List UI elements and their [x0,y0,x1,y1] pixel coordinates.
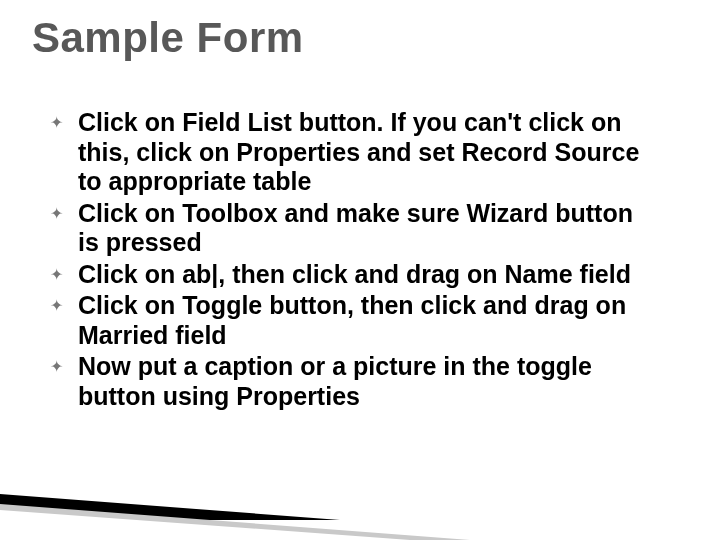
decoration-wedge-white [0,510,410,540]
body-text: ✦ Click on Field List button. If you can… [50,108,660,413]
bullet-icon: ✦ [50,266,63,285]
list-item: ✦ Click on ab|, then click and drag on N… [50,260,660,290]
slide-title: Sample Form [32,14,304,62]
bullet-icon: ✦ [50,358,63,377]
bullet-icon: ✦ [50,297,63,316]
list-item: ✦ Now put a caption or a picture in the … [50,352,660,411]
list-item-text: Click on Toolbox and make sure Wizard bu… [78,199,633,257]
list-item: ✦ Click on Toggle button, then click and… [50,291,660,350]
bullet-icon: ✦ [50,205,63,224]
bullet-icon: ✦ [50,114,63,133]
list-item: ✦ Click on Toolbox and make sure Wizard … [50,199,660,258]
list-item-text: Click on ab|, then click and drag on Nam… [78,260,631,288]
list-item: ✦ Click on Field List button. If you can… [50,108,660,197]
list-item-text: Click on Field List button. If you can't… [78,108,639,195]
list-item-text: Now put a caption or a picture in the to… [78,352,592,410]
list-item-text: Click on Toggle button, then click and d… [78,291,626,349]
